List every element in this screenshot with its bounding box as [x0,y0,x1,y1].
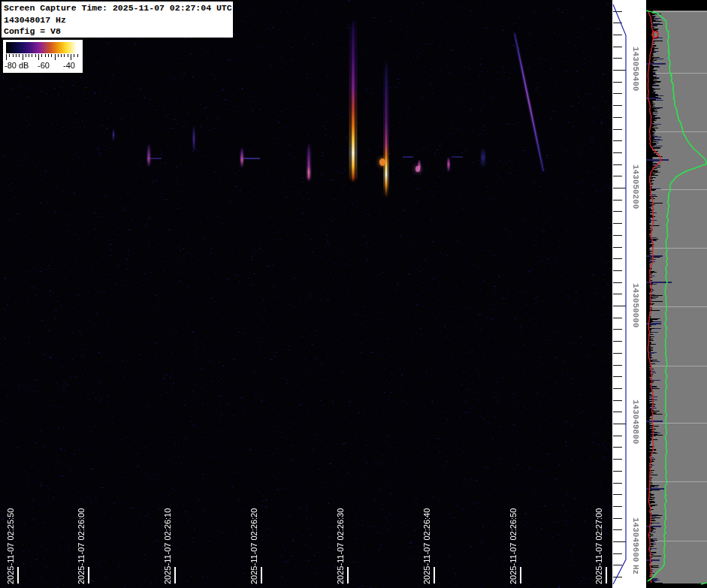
capture-time-text: Screen Capture Time: 2025-11-07 02:27:04… [4,2,233,14]
time-tick-label: 2025-11-07 02:27:00 [594,508,603,584]
time-tick-mark [347,567,349,583]
scale-label-40db: -40 [63,61,75,70]
time-tick-mark [261,567,262,583]
time-tick-mark [88,567,89,583]
freq-tick-label: 143050200 [631,164,640,209]
color-scale-ticks [6,54,80,61]
time-tick-mark [520,567,521,583]
frequency-axis-ruler [612,0,646,588]
config-text: Config = V8 [4,26,233,38]
screen-capture-root: 1430504001430502001430500001430498001430… [0,0,707,588]
time-tick-mark [434,567,435,583]
time-tick-label: 2025-11-07 02:26:40 [422,508,431,584]
time-tick-label: 2025-11-07 02:26:10 [163,508,172,584]
freq-tick-label: 143049600 [631,517,640,562]
time-tick-label: 2025-11-07 02:26:30 [336,508,345,584]
freq-tick-label: 143050400 [631,47,640,91]
time-tick-mark [17,567,19,583]
live-spectrum-panel [646,0,707,588]
freq-tick-label: 143049800 [631,400,640,444]
freq-tick-label: 143050000 [631,283,640,327]
time-tick-label: 2025-11-07 02:26:00 [77,508,86,584]
scale-label-80db: -80 dB [5,61,29,70]
time-tick-label: 2025-11-07 02:26:20 [249,508,258,584]
waterfall-spectrogram [0,0,612,588]
time-tick-label: 2025-11-07 02:26:50 [509,508,518,584]
center-frequency-text: 143048017 Hz [4,14,233,26]
time-tick-mark [174,567,176,583]
color-gradient-bar [6,42,80,53]
capture-info-box: Screen Capture Time: 2025-11-07 02:27:04… [2,2,233,38]
time-tick-label: 2025-11-07 02:25:50 [6,508,15,584]
time-tick-mark [606,567,607,583]
scale-label-60db: -60 [38,61,50,70]
db-color-scale: -80 dB -60 -40 [3,40,83,73]
freq-unit-label: Hz [631,565,640,574]
